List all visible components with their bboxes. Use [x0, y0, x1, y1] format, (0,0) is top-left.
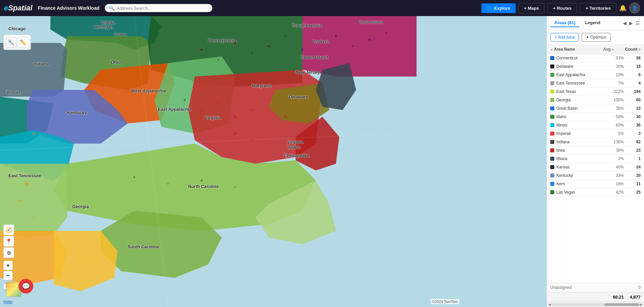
area-color-indicator: [550, 64, 554, 68]
scroll-track[interactable]: [552, 303, 639, 306]
help-link[interactable]: Help: [3, 299, 12, 304]
table-row[interactable]: Kentucky 33% 20: [547, 171, 644, 180]
main-layout: Michigan Ohio Indiana Illinois Kentucky …: [0, 16, 644, 307]
pen-button[interactable]: ✏️: [18, 37, 29, 48]
explore-icon: 🌐: [487, 6, 492, 11]
totals-avg: 60.21: [607, 295, 624, 300]
label-ohio: Ohio: [111, 60, 121, 65]
avg-column-header[interactable]: Avg ≡: [597, 47, 614, 52]
area-value-cell: 24: [624, 165, 641, 169]
area-color-indicator: [550, 73, 554, 77]
logo[interactable]: eSpatial: [4, 4, 32, 12]
sidebar-back-button[interactable]: ◀: [622, 20, 627, 27]
sidebar-menu-button[interactable]: ☰: [635, 20, 641, 27]
sidebar-forward-button[interactable]: ▶: [629, 20, 634, 27]
svg-point-39: [268, 99, 269, 101]
optimize-button[interactable]: ✦ Optimize: [582, 33, 611, 42]
svg-marker-16: [54, 144, 316, 231]
area-color-indicator: [550, 98, 554, 102]
area-avg-cell: 33%: [607, 173, 624, 178]
table-row[interactable]: East Tennessee 7% 4: [547, 79, 644, 88]
avatar[interactable]: 👤: [629, 3, 640, 13]
routes-button[interactable]: + Routes: [547, 3, 577, 13]
label-illinois: Illinois: [7, 90, 20, 95]
area-value-cell: 30: [624, 114, 641, 119]
table-row[interactable]: Georgia 100% 60: [547, 96, 644, 104]
legend-tab[interactable]: Legend: [581, 19, 604, 27]
label-maryland: Maryland: [252, 83, 271, 88]
area-color-indicator: [550, 148, 554, 152]
table-row[interactable]: Idaho 50% 30: [547, 113, 644, 121]
label-toledo: Toledo: [101, 20, 115, 25]
maps-button[interactable]: + Maps: [518, 3, 545, 13]
label-virginia: Virginia: [205, 115, 221, 120]
area-avg-cell: 7%: [607, 81, 624, 86]
search-bar[interactable]: 🔍: [105, 4, 212, 12]
table-row[interactable]: Ithaca 2% 1: [547, 155, 644, 163]
count-column-header[interactable]: Count ≡: [614, 47, 641, 52]
area-avg-cell: 42%: [607, 190, 624, 195]
area-color-indicator: [550, 190, 554, 194]
explore-button[interactable]: 🌐 Explore: [481, 3, 516, 13]
zoom-in-button[interactable]: +: [3, 261, 13, 270]
area-value-cell: 20: [624, 173, 641, 178]
sidebar-controls: ◀ ▶ ☰: [622, 20, 641, 27]
table-row[interactable]: Iowa 38% 23: [547, 146, 644, 155]
zoom-out-button[interactable]: −: [3, 271, 13, 280]
map-area[interactable]: Michigan Ohio Indiana Illinois Kentucky …: [0, 16, 547, 307]
svg-point-23: [218, 59, 219, 60]
area-avg-cell: 136%: [607, 140, 624, 144]
area-color-indicator: [550, 106, 554, 110]
table-row[interactable]: Illinois 60% 36: [547, 121, 644, 130]
area-value-cell: 36: [624, 123, 641, 127]
svg-point-31: [352, 46, 353, 47]
territories-button[interactable]: + Territories: [580, 3, 616, 13]
compass-button[interactable]: 🧭: [3, 224, 14, 235]
svg-point-24: [234, 42, 236, 44]
svg-marker-10: [188, 70, 323, 164]
table-row[interactable]: Connecticut 93% 56: [547, 54, 644, 62]
table-header: ⬥ Area Name Avg ≡ Count ≡: [547, 45, 644, 54]
area-color-indicator: [550, 132, 554, 136]
svg-marker-8: [84, 63, 175, 123]
svg-point-32: [369, 39, 371, 41]
layer-button[interactable]: ⊕: [3, 247, 14, 258]
add-area-button[interactable]: + Add Area: [550, 33, 579, 42]
svg-point-28: [301, 49, 303, 51]
table-row[interactable]: Indiana 136% 82: [547, 138, 644, 146]
label-east-tennessee: East Tennessee: [8, 173, 41, 178]
search-input[interactable]: [117, 6, 208, 11]
sidebar-header: Areas (81) Legend ◀ ▶ ☰: [547, 16, 644, 30]
tools-button[interactable]: 🔧: [6, 37, 16, 48]
area-value-cell: 194: [624, 89, 641, 94]
chat-button[interactable]: 💬: [18, 279, 33, 294]
area-color-indicator: [550, 182, 554, 186]
table-row[interactable]: Great Basin 38% 23: [547, 104, 644, 113]
header: eSpatial Finance Advisors Workload 🔍 🌐 E…: [0, 0, 644, 16]
scroll-left[interactable]: ◀: [548, 303, 551, 306]
area-avg-cell: 60%: [607, 123, 624, 127]
notifications-button[interactable]: 🔔: [619, 4, 627, 12]
area-name-column-header[interactable]: ⬥ Area Name: [550, 47, 597, 52]
table-row[interactable]: East Appalachia 10% 6: [547, 71, 644, 79]
svg-marker-11: [27, 90, 128, 144]
label-staten-island: Staten Island: [301, 55, 328, 60]
scroll-right[interactable]: ▶: [640, 303, 643, 306]
table-row[interactable]: Delaware 30% 18: [547, 62, 644, 71]
table-row[interactable]: Las Vegas 42% 25: [547, 188, 644, 197]
table-row[interactable]: Imperial 5% 3: [547, 130, 644, 138]
areas-list[interactable]: Connecticut 93% 56 Delaware 30% 18 East …: [547, 54, 644, 283]
table-row[interactable]: Kern 18% 11: [547, 180, 644, 188]
table-row[interactable]: Kansas 40% 24: [547, 163, 644, 171]
table-row[interactable]: East Texas 322% 194: [547, 88, 644, 96]
sidebar-scrollbar[interactable]: ◀ ▶: [547, 302, 644, 307]
areas-tab[interactable]: Areas (81): [550, 19, 579, 27]
svg-point-36: [217, 102, 219, 104]
svg-marker-15: [296, 117, 339, 170]
area-name-cell: Idaho: [556, 114, 607, 119]
unassigned-label: Unassigned: [550, 285, 624, 290]
area-value-cell: 18: [624, 64, 641, 69]
location-button[interactable]: 📍: [3, 236, 14, 247]
area-value-cell: 4: [624, 81, 641, 86]
svg-point-47: [33, 133, 35, 135]
